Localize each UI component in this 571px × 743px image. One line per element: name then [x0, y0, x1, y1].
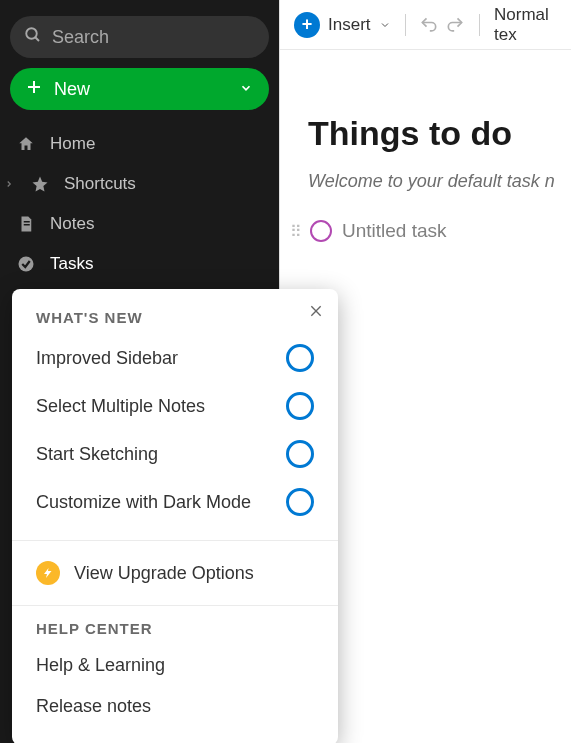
search-icon: [24, 26, 42, 49]
undo-icon[interactable]: [419, 15, 439, 35]
ring-indicator-icon: [286, 344, 314, 372]
whatsnew-item-improved-sidebar[interactable]: Improved Sidebar: [12, 334, 338, 382]
new-label: New: [54, 79, 90, 100]
sidebar-item-label: Shortcuts: [64, 174, 136, 194]
sidebar-item-tasks[interactable]: Tasks: [0, 244, 279, 284]
ring-indicator-icon: [286, 488, 314, 516]
whats-new-heading: WHAT'S NEW: [12, 309, 338, 334]
star-icon: [30, 175, 50, 193]
insert-button[interactable]: + Insert: [294, 12, 391, 38]
upgrade-options[interactable]: View Upgrade Options: [12, 555, 338, 591]
document-subtitle: Welcome to your default task n: [308, 171, 571, 192]
divider: [12, 605, 338, 606]
task-checkbox[interactable]: [310, 220, 332, 242]
sidebar-item-notes[interactable]: Notes: [0, 204, 279, 244]
release-notes[interactable]: Release notes: [12, 686, 338, 727]
divider: [12, 540, 338, 541]
whatsnew-item-sketching[interactable]: Start Sketching: [12, 430, 338, 478]
insert-label: Insert: [328, 15, 371, 35]
separator: [479, 14, 480, 36]
whatsnew-label: Select Multiple Notes: [36, 396, 205, 417]
close-icon[interactable]: [308, 303, 324, 324]
chevron-down-icon: [379, 19, 391, 31]
chevron-down-icon: [239, 79, 253, 100]
search-placeholder: Search: [52, 27, 109, 48]
tasks-icon: [16, 255, 36, 273]
bolt-icon: [36, 561, 60, 585]
search-input[interactable]: Search: [10, 16, 269, 58]
plus-circle-icon: +: [294, 12, 320, 38]
svg-rect-5: [24, 224, 30, 226]
new-button[interactable]: New: [10, 68, 269, 110]
whatsnew-label: Improved Sidebar: [36, 348, 178, 369]
whatsnew-label: Customize with Dark Mode: [36, 492, 251, 513]
svg-rect-4: [24, 221, 30, 223]
drag-handle-icon[interactable]: ⠿: [290, 222, 300, 241]
ring-indicator-icon: [286, 392, 314, 420]
sidebar-item-shortcuts[interactable]: Shortcuts: [0, 164, 279, 204]
task-title[interactable]: Untitled task: [342, 220, 447, 242]
notes-icon: [16, 215, 36, 233]
redo-icon[interactable]: [445, 15, 465, 35]
ring-indicator-icon: [286, 440, 314, 468]
sidebar-item-label: Home: [50, 134, 95, 154]
home-icon: [16, 135, 36, 153]
task-row[interactable]: ⠿ Untitled task: [290, 220, 571, 242]
separator: [405, 14, 406, 36]
undo-redo-group: [419, 15, 465, 35]
whatsnew-label: Start Sketching: [36, 444, 158, 465]
sidebar-item-home[interactable]: Home: [0, 124, 279, 164]
chevron-right-icon[interactable]: [2, 179, 16, 189]
document-title[interactable]: Things to do: [308, 114, 571, 153]
upgrade-label: View Upgrade Options: [74, 563, 254, 584]
whatsnew-item-select-multiple[interactable]: Select Multiple Notes: [12, 382, 338, 430]
help-center-heading: HELP CENTER: [12, 620, 338, 645]
svg-point-6: [19, 257, 34, 272]
svg-line-1: [35, 37, 39, 41]
whatsnew-item-dark-mode[interactable]: Customize with Dark Mode: [12, 478, 338, 526]
help-learning[interactable]: Help & Learning: [12, 645, 338, 686]
whats-new-popover: WHAT'S NEW Improved Sidebar Select Multi…: [12, 289, 338, 743]
text-style-selector[interactable]: Normal tex: [494, 5, 557, 45]
plus-icon: [26, 79, 42, 100]
sidebar-item-label: Notes: [50, 214, 94, 234]
svg-point-0: [26, 28, 37, 39]
sidebar-item-label: Tasks: [50, 254, 93, 274]
editor-toolbar: + Insert Normal tex: [280, 0, 571, 50]
